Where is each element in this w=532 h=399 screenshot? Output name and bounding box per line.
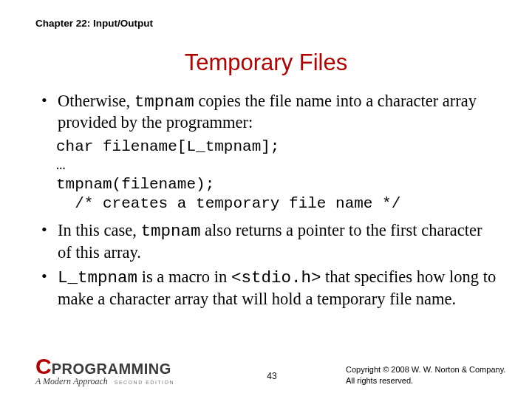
bullet-3-code-1: L_tmpnam — [58, 268, 137, 287]
copyright: Copyright © 2008 W. W. Norton & Company.… — [346, 364, 508, 386]
logo-edition: SECOND EDITION — [115, 380, 174, 385]
bullet-1-text-pre: Otherwise, — [58, 92, 134, 110]
code-block: char filename[L_tmpnam]; … tmpnam(filena… — [56, 137, 497, 213]
book-logo: CPROGRAMMING A Modern Approach SECOND ED… — [35, 355, 174, 386]
bullet-1: Otherwise, tmpnam copies the file name i… — [40, 91, 497, 133]
slide: Chapter 22: Input/Output Temporary Files… — [0, 0, 532, 399]
footer: CPROGRAMMING A Modern Approach SECOND ED… — [35, 355, 508, 386]
bullet-2: In this case, tmpnam also returns a poin… — [40, 220, 497, 262]
bullet-3: L_tmpnam is a macro in <stdio.h> that sp… — [40, 267, 497, 309]
bullet-3-code-2: <stdio.h> — [231, 268, 321, 287]
logo-sub-text: A Modern Approach — [35, 376, 108, 386]
slide-title: Temporary Files — [35, 50, 497, 76]
bullet-2-code: tmpnam — [140, 222, 200, 241]
logo-top: CPROGRAMMING — [35, 355, 174, 378]
bullet-2-text-pre: In this case, — [58, 221, 140, 239]
bullet-1-code: tmpnam — [134, 92, 194, 112]
bullet-list-2: In this case, tmpnam also returns a poin… — [35, 220, 497, 309]
logo-subtitle: A Modern Approach SECOND EDITION — [35, 377, 174, 386]
chapter-label: Chapter 22: Input/Output — [35, 18, 497, 29]
bullet-list: Otherwise, tmpnam copies the file name i… — [35, 91, 497, 133]
logo-programming: PROGRAMMING — [52, 361, 171, 376]
bullet-3-text-mid: is a macro in — [137, 267, 231, 286]
page-number: 43 — [267, 371, 276, 381]
logo-c: C — [35, 355, 51, 378]
